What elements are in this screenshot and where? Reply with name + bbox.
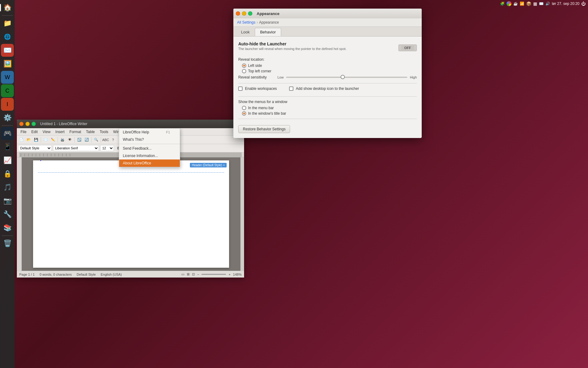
sidebar-icon-lock[interactable]: 🔒 [1,167,14,180]
toolbar-preview[interactable]: 👁️ [66,136,73,143]
lo-close-button[interactable] [19,122,24,126]
menu-format[interactable]: Format [67,129,84,135]
lo-minimize-button[interactable] [25,122,30,126]
zoom-slider[interactable] [202,274,226,275]
statusbar-page-info: Page 1 / 1 [19,273,35,276]
radio-title-bar[interactable]: In the window's title bar [242,111,417,116]
menu-tools[interactable]: Tools [97,129,111,135]
sidebar-icon-photos[interactable]: 🖼️ [1,57,14,70]
help-menu-divider-1 [119,144,180,144]
sidebar-icon-system[interactable]: 🔧 [1,208,14,221]
dialog-tabs: Look Behavior [233,27,422,36]
toolbar-new[interactable]: 📄 [18,136,25,143]
sidebar-icon-trash[interactable]: 🗑️ [1,237,14,250]
statusbar-zoom-level[interactable]: 148% [233,273,242,276]
sidebar-icon-android[interactable]: 📱 [1,140,14,153]
enable-workspaces-row[interactable]: Enable workspaces [238,86,277,91]
statusbar-view-print[interactable]: ⊡ [192,272,195,276]
topbar-icon-coffee[interactable]: ☕ [513,2,518,6]
toolbar-edit[interactable]: ✏️ [50,136,56,143]
header-label[interactable]: Header (Default Style) + [190,163,227,167]
sensitivity-thumb[interactable] [341,75,345,79]
statusbar-view-normal[interactable]: ▭ [181,272,184,276]
toolbar-undo[interactable]: ↩️ [76,136,83,143]
behavior-checkboxes: Enable workspaces Add show desktop icon … [238,86,417,93]
toolbar-spellcheck[interactable]: ABC [102,136,109,143]
menu-file[interactable]: File [18,129,29,135]
toolbar-redo[interactable]: ↪️ [83,136,90,143]
topbar-icon-puzzle[interactable]: 🧩 [500,2,505,6]
radio-top-left[interactable]: Top left corner [242,69,417,73]
sidebar-icon-book[interactable]: 📚 [1,221,14,234]
topbar-icon-dropbox[interactable]: 📦 [526,1,531,6]
section-divider-2 [238,96,417,97]
toolbar-open[interactable]: 📂 [25,136,32,143]
topbar-datetime[interactable]: lør 27. sep 20:20 [552,2,579,6]
sidebar-icon-files[interactable]: 📁 [1,17,14,30]
statusbar-zoom-out[interactable]: − [197,273,199,276]
sidebar-icon-home[interactable]: 🏠 [1,1,14,14]
toolbar-email[interactable]: ✉️ [42,136,49,143]
toolbar-print[interactable]: 🖨️ [59,136,66,143]
statusbar-view-web[interactable]: ⊞ [187,272,190,276]
sidebar-icon-music[interactable]: 🎵 [1,181,14,194]
add-show-desktop-checkbox[interactable] [289,86,293,91]
menu-item-feedback[interactable]: Send Feedback... [119,145,180,152]
menu-view[interactable]: View [40,129,53,135]
dialog-close-button[interactable] [236,11,240,16]
sidebar-icon-browser[interactable]: 🌐 [1,30,14,43]
document-body-area[interactable] [33,174,229,266]
font-size-select[interactable]: 12 [100,145,114,151]
menu-item-whats-this[interactable]: What's This? [119,136,180,143]
sidebar-icon-settings[interactable]: ⚙️ [1,111,14,124]
toolbar-help[interactable]: ? [110,136,116,143]
sidebar-icon-writer[interactable]: W [1,71,14,84]
libreoffice-statusbar: Page 1 / 1 0 words, 0 characters Default… [17,271,244,278]
sensitivity-slider[interactable] [286,77,407,78]
enable-workspaces-checkbox[interactable] [238,86,243,91]
auto-hide-toggle[interactable]: OFF [398,44,417,51]
topbar-icon-mail[interactable]: ✉️ [539,2,544,6]
menu-item-license[interactable]: License Information... [119,152,180,159]
sidebar-icon-camera[interactable]: 📷 [1,194,14,207]
add-show-desktop-row[interactable]: Add show desktop icon to the launcher [289,86,359,91]
topbar-icon-dash[interactable]: ▦ [533,1,537,6]
topbar-icon-chrome[interactable] [507,1,511,6]
paragraph-style-select[interactable]: Default Style [18,145,52,151]
menu-table[interactable]: Table [84,129,97,135]
topbar-icon-volume[interactable]: 🔊 [545,2,550,6]
menu-item-about-label: About LibreOffice [123,161,151,165]
show-menus-label: Show the menus for a window [238,100,417,104]
toolbar-find[interactable]: 🔍 [93,136,100,143]
tab-behavior[interactable]: Behavior [255,28,281,36]
page-area[interactable]: Header (Default Style) + [22,157,240,271]
behavior-panel: Auto-hide the Launcher The launcher will… [233,36,422,138]
tab-look[interactable]: Look [236,28,255,36]
statusbar-language: English (USA) [101,273,122,276]
topbar-icon-network[interactable]: 📶 [520,2,524,6]
sidebar-icon-calc[interactable]: C [1,84,14,97]
menu-item-about[interactable]: About LibreOffice [119,159,180,167]
radio-menu-bar[interactable]: In the menu bar [242,106,417,110]
menu-item-lo-help[interactable]: LibreOffice Help F1 [119,128,180,136]
sidebar-icon-email[interactable]: ✉️ [1,44,14,57]
restore-behavior-button[interactable]: Restore Behavior Settings [238,125,290,133]
statusbar-zoom-in[interactable]: + [228,273,230,276]
dialog-maximize-button[interactable] [248,11,252,16]
topbar-power-icon[interactable]: ⏻ [581,1,586,6]
radio-left-side[interactable]: Left side [242,63,417,68]
dialog-minimize-button[interactable] [242,11,246,16]
toolbar-save[interactable]: 💾 [33,136,40,143]
sidebar-icon-activity[interactable]: 📈 [1,154,14,167]
vertical-scrollbar[interactable] [240,157,244,271]
menu-edit[interactable]: Edit [29,129,40,135]
sidebar-icon-impress[interactable]: I [1,98,14,111]
lo-title: Untitled 1 - LibreOffice Writer [40,122,87,126]
font-name-select[interactable]: Liberation Serif [53,145,99,151]
sidebar-icon-steam[interactable]: 🎮 [1,127,14,140]
menu-insert[interactable]: Insert [53,129,67,135]
sensitivity-high-label: High [410,75,417,79]
lo-maximize-button[interactable] [32,122,36,126]
breadcrumb-all-settings[interactable]: All Settings [237,20,255,25]
enable-workspaces-label: Enable workspaces [245,86,277,91]
